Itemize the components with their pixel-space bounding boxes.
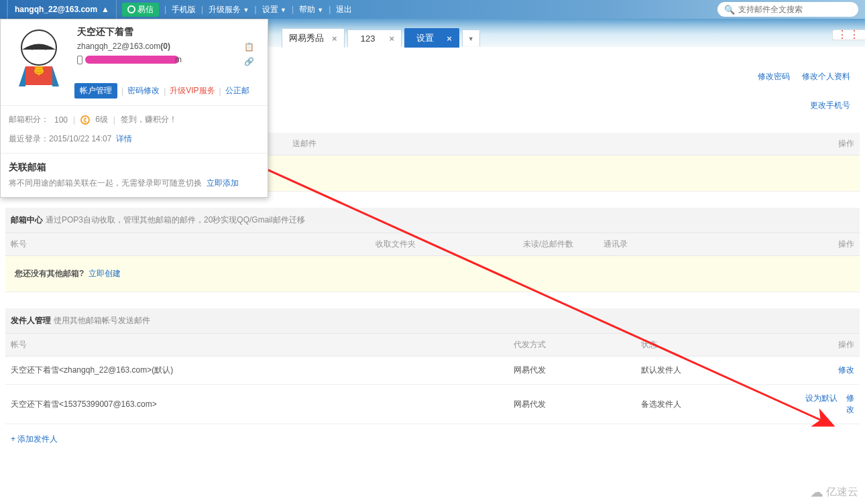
caret-down-icon: ▼ xyxy=(243,7,249,13)
add-sender-link[interactable]: + 添加发件人 xyxy=(11,434,58,444)
nav-help[interactable]: 帮助 ▼ xyxy=(294,4,329,15)
close-icon[interactable]: × xyxy=(390,34,395,44)
account-email-dropdown[interactable]: hangqh_22@163.com ▲ xyxy=(7,0,117,19)
profile-name: 天空还下着雪 xyxy=(77,26,260,38)
last-login: 最近登录：2015/10/22 14:07 详情 xyxy=(1,133,268,153)
search-box[interactable]: 🔍 xyxy=(717,2,858,17)
caret-down-icon: ▼ xyxy=(317,7,323,13)
svg-point-3 xyxy=(45,48,47,50)
yixin-icon xyxy=(127,5,135,13)
modify-link[interactable]: 修改 xyxy=(838,365,854,375)
tab-xiupin[interactable]: 网易秀品 × xyxy=(282,28,345,48)
top-nav: hangqh_22@163.com ▲ 易信 | 手机版 | 升级服务 ▼ | … xyxy=(0,0,865,19)
tab-123[interactable]: 123 × xyxy=(347,29,402,47)
more-apps-button[interactable]: ⋮⋮ xyxy=(832,29,865,40)
nav-logout[interactable]: 退出 xyxy=(331,4,357,15)
create-now-link[interactable]: 立即创建 xyxy=(89,269,121,278)
watermark: ☁ 亿速云 xyxy=(810,484,858,500)
link-notary[interactable]: 公正邮 xyxy=(225,85,249,97)
account-dropdown-panel: 天空还下着雪 zhangqh_22@163.com(0) 📋 m 🔗 帐户管理 … xyxy=(0,19,268,198)
set-default-link[interactable]: 设为默认 xyxy=(805,393,838,403)
profile-email: zhangqh_22@163.com(0) xyxy=(77,42,260,51)
link-change-phone[interactable]: 更改手机号 xyxy=(810,100,850,111)
nav-mobile[interactable]: 手机版 xyxy=(166,4,201,15)
sender-status: 备选发件人 xyxy=(641,399,795,410)
attach-icon[interactable]: 🔗 xyxy=(244,57,254,66)
redacted-phone xyxy=(85,56,179,64)
search-icon: 🔍 xyxy=(724,5,735,15)
link-add-now[interactable]: 立即添加 xyxy=(207,178,239,188)
close-icon[interactable]: × xyxy=(332,34,337,44)
row-ops: 修改 xyxy=(795,365,854,376)
mailbox-columns: 帐号 收取文件夹 未读/总邮件数 通讯录 操作 xyxy=(5,233,860,256)
send-method: 网易代发 xyxy=(514,399,641,410)
table-row: 天空还下着雪<zhangqh_22@163.com>(默认) 网易代发 默认发件… xyxy=(5,357,860,385)
phone-icon xyxy=(77,56,82,64)
profile-phone: m xyxy=(77,55,260,64)
search-input[interactable] xyxy=(738,5,852,14)
sender-mgmt-header: 发件人管理 使用其他邮箱帐号发送邮件 xyxy=(5,308,860,334)
avatar xyxy=(9,26,69,86)
caret-down-icon: ▼ xyxy=(468,36,474,42)
related-mailbox-title: 关联邮箱 xyxy=(9,162,260,174)
table-row: 天空还下着雪<15375399007@163.com> 网易代发 备选发件人 设… xyxy=(5,385,860,424)
yixin-button[interactable]: 易信 xyxy=(122,3,159,17)
nav-settings[interactable]: 设置 ▼ xyxy=(257,4,292,15)
stats-row: 邮箱积分：100 | ₵ 6级 | 签到，赚积分！ xyxy=(1,105,268,133)
link-login-detail[interactable]: 详情 xyxy=(116,134,132,143)
account-email-text: hangqh_22@163.com xyxy=(15,5,97,14)
related-mailbox-desc: 将不同用途的邮箱关联在一起，无需登录即可随意切换 立即添加 xyxy=(9,178,260,189)
link-change-pwd[interactable]: 修改密码 xyxy=(758,71,790,82)
close-icon[interactable]: × xyxy=(447,34,452,44)
level-badge-icon: ₵ xyxy=(80,115,90,125)
sender-account: 天空还下着雪<zhangqh_22@163.com>(默认) xyxy=(11,365,514,376)
link-change-profile[interactable]: 修改个人资料 xyxy=(802,71,850,82)
caret-down-icon: ▼ xyxy=(280,7,286,13)
send-method: 网易代发 xyxy=(514,365,641,376)
link-upgrade-vip[interactable]: 升级VIP服务 xyxy=(170,85,215,97)
nav-upgrade[interactable]: 升级服务 ▼ xyxy=(203,4,254,15)
sender-account: 天空还下着雪<15375399007@163.com> xyxy=(11,399,514,410)
link-change-password[interactable]: 密码修改 xyxy=(127,85,160,97)
modify-link[interactable]: 修改 xyxy=(846,393,854,414)
cloud-icon: ☁ xyxy=(810,484,823,500)
caret-up-icon: ▲ xyxy=(101,5,109,14)
mailbox-center-header: 邮箱中心 通过POP3自动收取，管理其他邮箱的邮件，20秒实现QQ/Gmail邮… xyxy=(5,208,860,233)
no-other-mailbox-callout: 您还没有其他邮箱? 立即创建 xyxy=(5,256,860,292)
tab-more-dropdown[interactable]: ▼ xyxy=(462,29,480,46)
sender-status: 默认发件人 xyxy=(641,365,795,376)
row-ops: 设为默认 修改 xyxy=(795,393,854,416)
tab-settings[interactable]: 设置 × xyxy=(404,28,459,48)
sender-columns: 帐号 代发方式 状态 操作 xyxy=(5,334,860,357)
svg-point-2 xyxy=(32,48,34,50)
copy-icon[interactable]: 📋 xyxy=(244,42,254,52)
